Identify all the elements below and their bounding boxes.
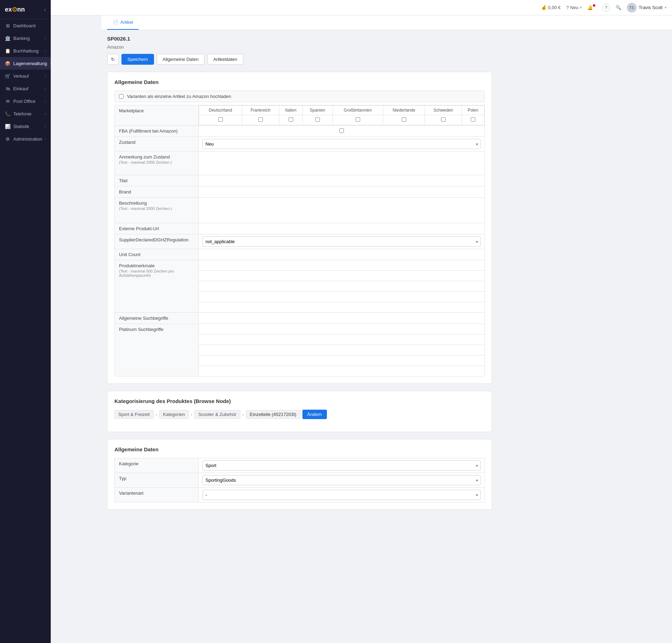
platinum-input-4[interactable] xyxy=(199,355,484,366)
marketplace-checkbox-es[interactable] xyxy=(304,117,331,122)
sidebar-item-verkauf[interactable]: 🛒 Verkauf › xyxy=(0,70,51,82)
platinum-input-1[interactable] xyxy=(199,324,484,334)
sidebar-item-statistik[interactable]: 📊 Statistik › xyxy=(0,120,51,133)
header: 💰 0,00 € ? Neu ▾ 🔔 ? 🔍 TS Travis Scott ▾ xyxy=(51,0,672,15)
unit-count-input[interactable] xyxy=(202,251,481,258)
sidebar-item-banking[interactable]: 🏦 Banking › xyxy=(0,32,51,44)
notification-button[interactable]: 🔔 xyxy=(587,5,597,10)
help-button[interactable]: ? Neu ▾ xyxy=(566,5,582,10)
marketplace-checkbox-gb[interactable] xyxy=(334,117,382,122)
sidebar-item-buchhaltung[interactable]: 📋 Buchhaltung › xyxy=(0,44,51,57)
platinum-input-5[interactable] xyxy=(199,366,484,376)
breadcrumb-sep-2: › xyxy=(191,412,192,417)
sidebar-item-post-office[interactable]: ✉ Post Office › xyxy=(0,95,51,107)
unit-count-label: Unit Count xyxy=(115,249,199,260)
variantenart-select-wrapper: - xyxy=(202,490,481,500)
mp-cb-es[interactable] xyxy=(302,115,332,125)
produktmerkmal-input-4[interactable] xyxy=(199,292,484,302)
change-button[interactable]: Ändern xyxy=(302,410,327,419)
supplier-value: not_applicable applicable xyxy=(199,234,485,249)
allg-suchbegriffe-input[interactable] xyxy=(202,315,481,322)
article-data-button[interactable]: Artikeldaten xyxy=(207,54,243,65)
marketplace-checkbox-pl[interactable] xyxy=(463,117,483,122)
article-data-label: Artikeldaten xyxy=(213,57,237,62)
help-circle-button[interactable]: ? xyxy=(602,4,610,12)
marketplace-checkbox-it[interactable] xyxy=(281,117,301,122)
zustand-select[interactable]: Neu Gebraucht Wiederaufbereitet xyxy=(202,139,481,149)
mp-cb-gb[interactable] xyxy=(332,115,383,125)
marketplace-checkbox-se[interactable] xyxy=(426,117,460,122)
refresh-button[interactable]: ↻ xyxy=(107,54,119,65)
mp-cb-fr[interactable] xyxy=(242,115,279,125)
allg-suchbegriffe-value xyxy=(199,313,485,324)
supplier-select[interactable]: not_applicable applicable xyxy=(202,236,481,247)
collapse-button[interactable]: ‹ xyxy=(44,7,46,12)
beschreibung-textarea[interactable] xyxy=(202,200,481,221)
platinum-input-2[interactable] xyxy=(199,334,484,345)
sidebar-item-telefonie[interactable]: 📞 Telefonie › xyxy=(0,107,51,120)
allgemeine-table: Marketplace Deutschland Frankreich Itali… xyxy=(114,105,485,376)
sidebar-item-administration[interactable]: ⚙ Administration › xyxy=(0,133,51,145)
produktmerkmal-input-2[interactable] xyxy=(199,271,484,281)
beschreibung-value xyxy=(199,198,485,223)
sidebar-item-label: Verkauf xyxy=(13,73,42,79)
sidebar-item-lagerverwaltung[interactable]: 📦 Lagerverwaltung › xyxy=(0,57,51,70)
dashboard-icon: ⊞ xyxy=(5,23,10,28)
banking-icon: 🏦 xyxy=(5,35,10,41)
new-label: Neu xyxy=(570,5,579,10)
anmerkung-textarea[interactable] xyxy=(202,154,481,173)
marketplace-values: Deutschland Frankreich Italien Spanien G… xyxy=(199,105,485,126)
typ-label: Typ xyxy=(115,473,199,488)
brand-input[interactable] xyxy=(202,189,481,195)
tab-artikel[interactable]: 📄 Artikel xyxy=(107,15,139,30)
post-office-icon: ✉ xyxy=(5,98,10,104)
sidebar-item-einkauf[interactable]: 🛍 Einkauf › xyxy=(0,82,51,95)
main-content: 📄 Artikel SP0026.1 Amazon ↻ Speichern Al… xyxy=(102,15,672,643)
sidebar-item-label: Einkauf xyxy=(13,86,42,91)
general-data-button[interactable]: Allgemeine Daten xyxy=(157,54,205,65)
help-icon: ? xyxy=(566,5,569,10)
typ-select[interactable]: SportingGoods xyxy=(202,475,481,485)
search-button[interactable]: 🔍 xyxy=(616,5,621,10)
kategorisierung-card: Kategorisierung des Produktes (Browse No… xyxy=(107,391,492,432)
produktmerkmal-input-5[interactable] xyxy=(199,302,484,312)
mp-cb-pl[interactable] xyxy=(462,115,484,125)
save-button[interactable]: Speichern xyxy=(121,54,154,65)
platinum-input-3[interactable] xyxy=(199,345,484,355)
produktmerkmal-input-3[interactable] xyxy=(199,281,484,292)
mp-cb-se[interactable] xyxy=(425,115,462,125)
chevron-icon: › xyxy=(45,74,46,78)
variants-label[interactable]: Varianten als einzelne Artikel zu Amazon… xyxy=(127,94,231,99)
allgemeine-daten-bottom-title: Allgemeine Daten xyxy=(114,446,485,452)
variantenart-select[interactable]: - xyxy=(202,490,481,500)
fba-checkbox[interactable] xyxy=(202,128,481,133)
mp-cb-it[interactable] xyxy=(279,115,302,125)
marketplace-checkbox-nl[interactable] xyxy=(385,117,423,122)
brand-value xyxy=(199,186,485,198)
breadcrumb-item-4: Einzelteile (45217203I) xyxy=(246,410,300,419)
mp-spanien: Spanien xyxy=(302,106,332,115)
zustand-value: Neu Gebraucht Wiederaufbereitet xyxy=(199,137,485,151)
variantenart-row: Variantenart - xyxy=(115,488,485,502)
search-icon: 🔍 xyxy=(616,5,621,10)
chevron-icon: › xyxy=(45,125,46,128)
marketplace-label: Marketplace xyxy=(115,105,199,126)
user-menu[interactable]: TS Travis Scott ▾ xyxy=(627,3,666,13)
balance-display[interactable]: 💰 0,00 € xyxy=(541,5,561,10)
externe-url-input[interactable] xyxy=(202,225,481,232)
produktmerkmal-input-1[interactable] xyxy=(199,260,484,271)
balance-amount: 0,00 € xyxy=(548,5,561,10)
variants-checkbox[interactable] xyxy=(119,94,124,99)
marketplace-checkbox-de[interactable] xyxy=(201,117,240,122)
breadcrumb-sep-1: › xyxy=(156,412,157,417)
kategorie-row: Kategorie Sport xyxy=(115,458,485,473)
variants-row: Varianten als einzelne Artikel zu Amazon… xyxy=(114,91,485,102)
marketplace-checkbox-fr[interactable] xyxy=(244,117,278,122)
mp-cb-nl[interactable] xyxy=(383,115,425,125)
sidebar-item-dashboard[interactable]: ⊞ Dashboard xyxy=(0,19,51,32)
mp-cb-de[interactable] xyxy=(199,115,242,125)
titel-input[interactable] xyxy=(202,177,481,184)
supplier-select-wrapper: not_applicable applicable xyxy=(202,236,481,247)
kategorie-select[interactable]: Sport xyxy=(202,460,481,471)
fba-row: FBA (Fulfillment bei Amazon) xyxy=(115,126,485,137)
